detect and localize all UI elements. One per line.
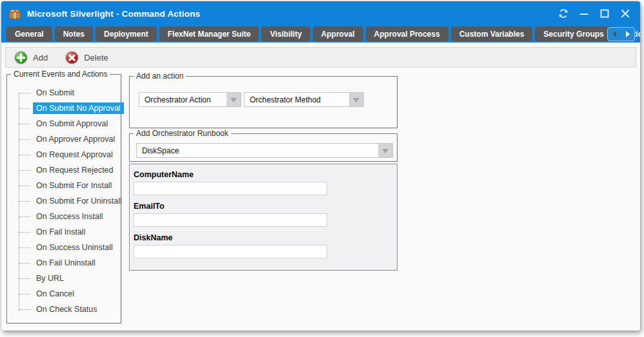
add-button[interactable]: Add: [14, 50, 48, 65]
content-area: Add Delete: [1, 43, 640, 331]
close-icon[interactable]: [619, 8, 631, 19]
tree-item-label: On Request Rejected: [33, 164, 117, 176]
tab-label: Deployment: [104, 30, 148, 39]
chevron-down-icon[interactable]: [349, 93, 363, 106]
parameter-field-emailto: EmailTo: [134, 202, 397, 227]
parameter-input[interactable]: [134, 245, 327, 258]
tree-item-on-fail-install[interactable]: On Fail Install: [7, 224, 119, 240]
tree-item-on-submit-no-approval[interactable]: On Submit No Approval: [7, 101, 119, 116]
window-controls: [558, 1, 631, 26]
parameter-label: EmailTo: [134, 202, 397, 211]
tree-item-label: On Success Install: [33, 211, 106, 222]
tree-item-on-submit-for-uninstall[interactable]: On Submit For Uninstall: [7, 193, 119, 209]
maximize-icon[interactable]: [599, 8, 610, 19]
tab-custom-variables[interactable]: Custom Variables: [451, 26, 533, 41]
tree-item-label: By URL: [33, 273, 67, 284]
orchestrator-method-dropdown[interactable]: Orchestrator Method: [244, 92, 364, 107]
tree-item-on-check-status[interactable]: On Check Status: [7, 302, 119, 317]
tree-item-label: On Submit Approval: [33, 118, 111, 130]
tree-item-on-approver-approval[interactable]: On Approver Approval: [7, 131, 119, 147]
parameter-field-diskname: DiskName: [134, 233, 397, 258]
chevron-down-icon[interactable]: [226, 93, 241, 106]
tab-approval[interactable]: Approval: [313, 26, 363, 41]
screen: Microsoft Silverlight - Command Actions: [0, 0, 644, 337]
tree-item-on-success-install[interactable]: On Success Install: [7, 209, 119, 224]
tab-visibility[interactable]: Visibility: [261, 26, 310, 41]
parameter-label: ComputerName: [134, 170, 397, 179]
tree-item-on-fail-uninstall[interactable]: On Fail Uninstall: [7, 255, 119, 271]
tab-label: Notes: [63, 30, 85, 39]
refresh-icon[interactable]: [558, 8, 569, 19]
events-tree: On Submit On Submit No Approval On Submi…: [7, 85, 119, 317]
tree-item-label: On Success Uninstall: [33, 242, 116, 253]
tab-deployment[interactable]: Deployment: [96, 26, 157, 41]
add-action-panel-title: Add an action: [134, 72, 186, 81]
tree-item-label: On Fail Uninstall: [33, 257, 99, 269]
tab-strip: General Notes Deployment FlexNet Manager…: [1, 26, 640, 43]
add-icon: [14, 50, 28, 65]
window-title: Microsoft Silverlight - Command Actions: [27, 9, 200, 19]
orchestrator-action-value: Orchestrator Action: [139, 93, 226, 106]
tree-item-label: On Submit For Install: [33, 180, 115, 191]
tab-notes[interactable]: Notes: [55, 26, 93, 41]
scroll-left-icon[interactable]: [612, 31, 616, 37]
tree-item-label: On Approver Approval: [33, 133, 118, 145]
runbook-panel: Add Orchestrator Runbook DiskSpace: [129, 133, 397, 162]
parameter-label: DiskName: [134, 233, 397, 242]
tab-security-groups[interactable]: Security Groups: [535, 26, 612, 41]
tree-item-label: On Check Status: [33, 303, 101, 315]
scroll-right-icon[interactable]: [626, 31, 630, 37]
tab-label: Security Groups: [543, 30, 603, 39]
runbook-panel-title: Add Orchestrator Runbook: [134, 129, 231, 138]
chevron-down-icon[interactable]: [378, 144, 392, 157]
tabs: General Notes Deployment FlexNet Manager…: [6, 26, 640, 41]
delete-button[interactable]: Delete: [65, 50, 108, 65]
tab-label: FlexNet Manager Suite: [168, 30, 251, 39]
parameters-fields: ComputerName EmailTo DiskName: [130, 164, 397, 258]
runbook-dropdown[interactable]: DiskSpace: [136, 143, 393, 158]
package-icon: [8, 7, 22, 20]
tab-label: Custom Variables: [459, 30, 525, 39]
parameter-input[interactable]: [134, 213, 327, 227]
tree-item-label: On Submit No Approval: [33, 102, 124, 114]
tree-item-on-request-rejected[interactable]: On Request Rejected: [7, 162, 119, 178]
tree-item-label: On Cancel: [33, 288, 77, 300]
events-panel-title: Current Events and Actions: [11, 70, 110, 79]
tree-item-on-cancel[interactable]: On Cancel: [7, 286, 119, 302]
tree-item-label: On Fail Install: [33, 226, 88, 238]
tree-item-label: On Submit For Uninstall: [33, 195, 125, 207]
tab-flexnet-manager-suite[interactable]: FlexNet Manager Suite: [159, 26, 259, 41]
add-button-label: Add: [33, 53, 48, 63]
events-panel: Current Events and Actions On Submit On …: [6, 74, 121, 323]
tree-item-on-success-uninstall[interactable]: On Success Uninstall: [7, 240, 119, 255]
tab-approval-process[interactable]: Approval Process: [366, 26, 448, 41]
tab-general[interactable]: General: [6, 26, 52, 41]
app-window: Microsoft Silverlight - Command Actions: [1, 1, 640, 331]
tree-item-on-submit-for-install[interactable]: On Submit For Install: [7, 178, 119, 193]
delete-icon: [65, 50, 79, 65]
tree-item-label: On Request Approval: [33, 149, 116, 160]
runbook-value: DiskSpace: [137, 144, 378, 157]
delete-button-label: Delete: [84, 53, 108, 63]
parameters-panel: ComputerName EmailTo DiskName: [129, 164, 397, 271]
tab-label: General: [15, 30, 44, 39]
parameter-field-computername: ComputerName: [134, 170, 397, 195]
orchestrator-action-dropdown[interactable]: Orchestrator Action: [139, 92, 241, 107]
tab-label: Visibility: [270, 30, 301, 39]
add-action-panel: Add an action Orchestrator Action Orches…: [129, 76, 397, 128]
tree-item-label: On Submit: [33, 87, 77, 99]
minimize-icon[interactable]: [578, 8, 590, 19]
tab-label: Approval Process: [374, 30, 440, 39]
orchestrator-method-value: Orchestrator Method: [245, 93, 349, 106]
toolbar: Add Delete: [5, 47, 636, 68]
tree-item-on-submit[interactable]: On Submit: [7, 85, 119, 101]
parameter-input[interactable]: [134, 182, 327, 195]
tree-item-on-submit-approval[interactable]: On Submit Approval: [7, 116, 119, 131]
tab-scroller: [607, 27, 635, 41]
title-bar: Microsoft Silverlight - Command Actions: [1, 1, 640, 26]
tree-item-on-request-approval[interactable]: On Request Approval: [7, 147, 119, 162]
tab-label: Approval: [321, 30, 355, 39]
tree-item-by-url[interactable]: By URL: [7, 271, 119, 286]
